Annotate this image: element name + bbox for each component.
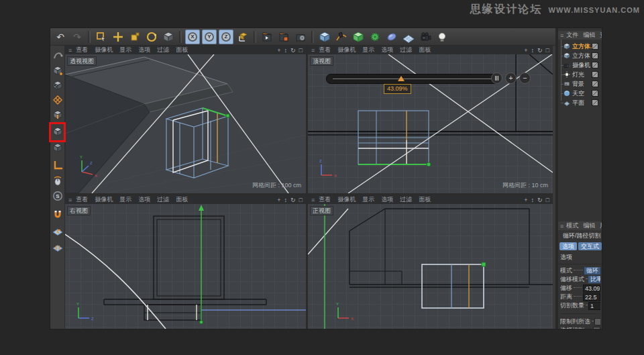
menu-view[interactable]: 查看: [76, 46, 88, 54]
zoom-view-icon[interactable]: ↕: [284, 47, 288, 54]
menu-view[interactable]: 查看: [319, 46, 331, 54]
object-item-plane[interactable]: 平面: [558, 98, 602, 107]
toggle-view-icon[interactable]: □: [299, 197, 303, 203]
menu-panel[interactable]: 面板: [176, 195, 188, 204]
axis-y-button[interactable]: Y: [201, 30, 217, 44]
offset-input[interactable]: 43.09: [583, 285, 600, 293]
om-menu-edit[interactable]: 编辑: [583, 31, 595, 40]
om-menu-file[interactable]: 文件: [566, 31, 578, 40]
tweak-mode-button[interactable]: [51, 141, 64, 154]
hud-minus-button[interactable]: −: [519, 72, 531, 84]
model-mode-button[interactable]: [51, 64, 64, 77]
cut-offset-slider[interactable]: [326, 74, 500, 84]
floor-button[interactable]: [400, 30, 417, 44]
menu-camera[interactable]: 摄像机: [337, 195, 356, 204]
pan-view-icon[interactable]: +: [277, 197, 280, 203]
offset-mode-dropdown[interactable]: 比率: [588, 276, 600, 283]
menu-options[interactable]: 选项: [138, 46, 150, 54]
menu-panel[interactable]: 面板: [176, 46, 188, 54]
viewport-front[interactable]: ≡ 查看 摄像机 显示 选项 过滤 面板 + ↕ ↻ □ 正视图: [308, 195, 553, 329]
layer-toggle[interactable]: [592, 99, 598, 106]
redo-button[interactable]: ↷: [69, 30, 85, 44]
menu-panel[interactable]: 面板: [419, 46, 431, 54]
select-cuts-checkbox[interactable]: [593, 327, 600, 329]
menu-display[interactable]: 显示: [362, 195, 374, 204]
make-editable-button[interactable]: [51, 48, 64, 62]
snap-toggle-button[interactable]: S: [51, 189, 64, 203]
axis-x-button[interactable]: X: [184, 30, 201, 44]
tab-options[interactable]: 选项: [559, 242, 577, 250]
magnet-snap-button[interactable]: [51, 208, 64, 221]
object-item-cube[interactable]: 立方体: [558, 51, 602, 60]
menu-display[interactable]: 显示: [119, 46, 131, 54]
object-item-light[interactable]: 灯光: [558, 70, 602, 79]
zoom-view-icon[interactable]: ↕: [531, 197, 535, 203]
om-menu-view[interactable]: 查看: [600, 31, 602, 40]
toggle-view-icon[interactable]: □: [546, 47, 549, 54]
menu-options[interactable]: 选项: [381, 195, 393, 204]
menu-camera[interactable]: 摄像机: [337, 46, 356, 54]
point-mode-button[interactable]: [51, 93, 64, 107]
viewport-canvas-front[interactable]: X Y: [308, 204, 553, 329]
object-item-sky[interactable]: 天空: [558, 89, 602, 98]
live-selection-button[interactable]: [93, 30, 109, 44]
deformer-button[interactable]: [367, 30, 383, 44]
texture-mode-button[interactable]: [51, 79, 64, 92]
zoom-view-icon[interactable]: ↕: [531, 47, 535, 54]
layer-toggle[interactable]: [592, 62, 598, 68]
viewport-top[interactable]: ≡ 查看 摄像机 显示 选项 过滤 面板 + ↕ ↻ □ 顶视图: [308, 46, 553, 193]
object-item-background[interactable]: 背景: [558, 79, 602, 89]
menu-options[interactable]: 选项: [381, 46, 393, 54]
undo-button[interactable]: ↶: [52, 30, 68, 44]
viewport-right[interactable]: ≡ 查看 摄像机 显示 选项 过滤 面板 + ↕ ↻ □ 右视图: [65, 195, 306, 329]
slider-handle-icon[interactable]: [398, 76, 405, 81]
menu-camera[interactable]: 摄像机: [95, 195, 113, 204]
rotate-view-icon[interactable]: ↻: [290, 47, 296, 54]
last-tool-button[interactable]: [160, 30, 176, 44]
render-settings-button[interactable]: [292, 30, 309, 44]
environment-button[interactable]: [384, 30, 400, 44]
toggle-view-icon[interactable]: □: [546, 197, 549, 203]
rotate-view-icon[interactable]: ↻: [537, 197, 543, 203]
layer-toggle[interactable]: [592, 52, 598, 59]
rotate-view-icon[interactable]: ↻: [290, 197, 296, 203]
cut-count-input[interactable]: 1: [588, 302, 600, 310]
menu-filter[interactable]: 过滤: [400, 195, 412, 204]
menu-display[interactable]: 显示: [119, 195, 131, 204]
pan-view-icon[interactable]: +: [277, 47, 280, 54]
distance-input[interactable]: 22.5: [583, 293, 600, 301]
pen-tool-button[interactable]: [333, 30, 350, 44]
attr-menu-edit[interactable]: 编辑: [583, 221, 595, 230]
limit-selection-checkbox[interactable]: [594, 318, 600, 325]
pan-view-icon[interactable]: +: [524, 197, 527, 203]
camera-button[interactable]: [417, 30, 433, 44]
attr-menu-userdata[interactable]: 用户数据: [600, 221, 602, 230]
axis-z-button[interactable]: Z: [218, 30, 234, 44]
menu-camera[interactable]: 摄像机: [95, 46, 113, 54]
rotate-view-icon[interactable]: ↻: [537, 47, 543, 54]
menu-display[interactable]: 显示: [362, 46, 374, 54]
object-item-camera[interactable]: 摄像机: [558, 60, 602, 70]
subdivision-button[interactable]: [350, 30, 366, 44]
menu-options[interactable]: 选项: [138, 195, 150, 204]
pan-view-icon[interactable]: +: [524, 47, 527, 54]
zoom-view-icon[interactable]: ↕: [284, 197, 288, 203]
layer-toggle[interactable]: [592, 81, 598, 87]
menu-view[interactable]: 查看: [319, 195, 331, 204]
render-picture-button[interactable]: [276, 30, 292, 44]
toggle-view-icon[interactable]: □: [299, 47, 303, 54]
tab-interactive[interactable]: 交互式: [578, 242, 602, 250]
hud-plus-button[interactable]: +: [505, 72, 517, 84]
layer-toggle[interactable]: [592, 71, 598, 78]
layer-toggle[interactable]: [592, 43, 598, 50]
menu-view[interactable]: 查看: [76, 195, 88, 204]
move-tool-button[interactable]: [110, 30, 126, 44]
viewport-canvas-perspective[interactable]: X Y Z: [65, 54, 306, 193]
layer-toggle[interactable]: [592, 90, 598, 97]
menu-filter[interactable]: 过滤: [157, 46, 169, 54]
scale-tool-button[interactable]: [127, 30, 143, 44]
rotate-tool-button[interactable]: [144, 30, 160, 44]
add-cube-button[interactable]: [317, 30, 333, 44]
menu-filter[interactable]: 过滤: [157, 195, 169, 204]
hud-center-button[interactable]: [491, 72, 502, 84]
